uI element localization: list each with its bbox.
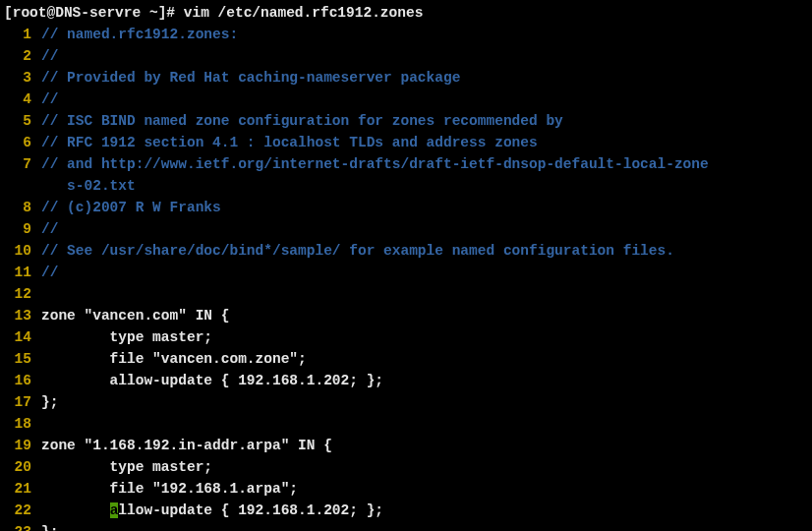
line-number	[4, 175, 31, 197]
gutter-gap	[31, 240, 41, 262]
gutter-gap	[31, 67, 41, 88]
editor-line: 10 // See /usr/share/doc/bind*/sample/ f…	[4, 240, 808, 262]
gutter-gap	[31, 500, 41, 521]
editor-line: 1 // named.rfc1912.zones:	[4, 24, 808, 45]
code-text: zone "vancen.com" IN {	[41, 305, 229, 326]
editor-line: 17 };	[4, 391, 808, 413]
editor-line: 14 type master;	[4, 326, 808, 348]
gutter-gap	[31, 326, 41, 348]
code-text: s-02.txt	[41, 175, 136, 197]
editor-line: 2 //	[4, 45, 808, 67]
editor-line: 3 // Provided by Red Hat caching-nameser…	[4, 67, 808, 88]
gutter-gap	[31, 348, 41, 370]
editor-line: 5 // ISC BIND named zone configuration f…	[4, 110, 808, 132]
line-number: 10	[4, 240, 31, 262]
line-number: 23	[4, 521, 31, 531]
line-number: 15	[4, 348, 31, 370]
code-text: file "192.168.1.arpa";	[41, 478, 298, 500]
comment-text: // named.rfc1912.zones:	[41, 24, 238, 45]
editor-line: 15 file "vancen.com.zone";	[4, 348, 808, 370]
comment-text: // and http://www.ietf.org/internet-draf…	[41, 153, 709, 175]
gutter-gap	[31, 391, 41, 413]
comment-text: // (c)2007 R W Franks	[41, 197, 221, 218]
line-number: 2	[4, 45, 31, 67]
line-number: 6	[4, 132, 31, 153]
gutter-gap	[31, 45, 41, 67]
line-number: 21	[4, 478, 31, 500]
gutter-gap	[31, 521, 41, 531]
gutter-gap	[31, 283, 41, 305]
code-text: };	[41, 521, 58, 531]
code-text: file "vancen.com.zone";	[41, 348, 307, 370]
line-number: 3	[4, 67, 31, 88]
editor-line: 11 //	[4, 262, 808, 283]
gutter-gap	[31, 413, 41, 435]
line-number: 1	[4, 24, 31, 45]
editor-line-continuation: s-02.txt	[4, 175, 808, 197]
vim-editor-area[interactable]: 1 // named.rfc1912.zones:2 //3 // Provid…	[4, 24, 808, 531]
editor-line: 7 // and http://www.ietf.org/internet-dr…	[4, 153, 808, 175]
line-number: 14	[4, 326, 31, 348]
line-number: 7	[4, 153, 31, 175]
editor-line: 9 //	[4, 218, 808, 240]
line-number: 19	[4, 435, 31, 456]
code-text: allow-update { 192.168.1.202; };	[41, 500, 383, 521]
comment-text: // See /usr/share/doc/bind*/sample/ for …	[41, 240, 674, 262]
editor-line: 20 type master;	[4, 456, 808, 478]
terminal-window[interactable]: [root@DNS-servre ~]# vim /etc/named.rfc1…	[0, 0, 812, 531]
editor-line: 16 allow-update { 192.168.1.202; };	[4, 370, 808, 391]
comment-text: // RFC 1912 section 4.1 : localhost TLDs…	[41, 132, 538, 153]
line-number: 22	[4, 500, 31, 521]
code-text: type master;	[41, 326, 212, 348]
comment-text: //	[41, 88, 58, 110]
prompt-command: vim /etc/named.rfc1912.zones	[184, 5, 424, 21]
code-text: allow-update { 192.168.1.202; };	[41, 370, 383, 391]
gutter-gap	[31, 132, 41, 153]
editor-line: 21 file "192.168.1.arpa";	[4, 478, 808, 500]
prompt-user-host: [root@DNS-servre ~]#	[4, 5, 184, 21]
gutter-gap	[31, 175, 41, 197]
comment-text: //	[41, 45, 58, 67]
editor-line: 6 // RFC 1912 section 4.1 : localhost TL…	[4, 132, 808, 153]
gutter-gap	[31, 370, 41, 391]
gutter-gap	[31, 88, 41, 110]
editor-line: 4 //	[4, 88, 808, 110]
editor-line: 12	[4, 283, 808, 305]
line-number: 5	[4, 110, 31, 132]
gutter-gap	[31, 110, 41, 132]
editor-line: 23 };	[4, 521, 808, 531]
gutter-gap	[31, 24, 41, 45]
editor-line: 18	[4, 413, 808, 435]
gutter-gap	[31, 305, 41, 326]
gutter-gap	[31, 435, 41, 456]
gutter-gap	[31, 262, 41, 283]
editor-line: 22 allow-update { 192.168.1.202; };	[4, 500, 808, 521]
line-number: 8	[4, 197, 31, 218]
shell-prompt-line: [root@DNS-servre ~]# vim /etc/named.rfc1…	[4, 2, 808, 24]
line-number: 4	[4, 88, 31, 110]
comment-text: // ISC BIND named zone configuration for…	[41, 110, 563, 132]
gutter-gap	[31, 478, 41, 500]
editor-line: 8 // (c)2007 R W Franks	[4, 197, 808, 218]
code-text: zone "1.168.192.in-addr.arpa" IN {	[41, 435, 332, 456]
line-number: 17	[4, 391, 31, 413]
code-text: type master;	[41, 456, 212, 478]
line-number: 20	[4, 456, 31, 478]
line-number: 18	[4, 413, 31, 435]
gutter-gap	[31, 456, 41, 478]
line-number: 9	[4, 218, 31, 240]
line-number: 12	[4, 283, 31, 305]
line-number: 11	[4, 262, 31, 283]
gutter-gap	[31, 197, 41, 218]
code-text: };	[41, 391, 58, 413]
line-number: 13	[4, 305, 31, 326]
gutter-gap	[31, 218, 41, 240]
gutter-gap	[31, 153, 41, 175]
comment-text: // Provided by Red Hat caching-nameserve…	[41, 67, 460, 88]
editor-line: 13 zone "vancen.com" IN {	[4, 305, 808, 326]
comment-text: //	[41, 262, 58, 283]
comment-text: //	[41, 218, 58, 240]
editor-line: 19 zone "1.168.192.in-addr.arpa" IN {	[4, 435, 808, 456]
line-number: 16	[4, 370, 31, 391]
